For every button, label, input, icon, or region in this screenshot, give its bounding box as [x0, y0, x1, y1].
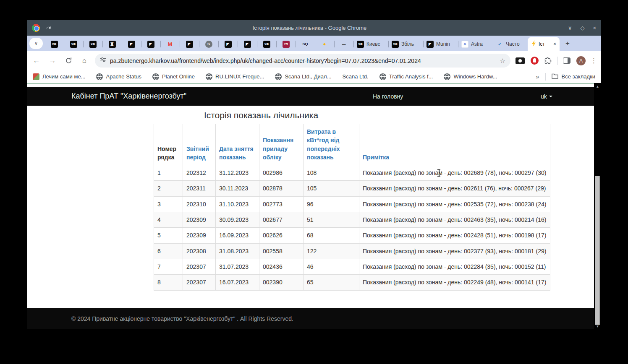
- tab-search-button[interactable]: ∨: [29, 38, 43, 49]
- pinned-tab[interactable]: M: [160, 37, 180, 51]
- maximize-button[interactable]: ◇: [580, 25, 584, 31]
- browser-tab[interactable]: ✓ Часто: [493, 37, 528, 51]
- pinned-tab[interactable]: ◤: [238, 37, 257, 51]
- tab-favicon: ХФ: [51, 41, 58, 48]
- cell-note: Показания (расход) по зонам - день: 0025…: [359, 196, 550, 212]
- new-tab-button[interactable]: +: [561, 37, 574, 50]
- pinned-tab[interactable]: SQ: [296, 37, 315, 51]
- browser-tab[interactable]: ХФ Киевс: [353, 37, 388, 51]
- pinned-tab[interactable]: ◤: [218, 37, 238, 51]
- browser-tab[interactable]: A Astra: [458, 37, 493, 51]
- active-tab[interactable]: Іст ×: [528, 37, 560, 51]
- web-page: Кабінет ПрАТ "Харківенергозбут" На голов…: [27, 83, 594, 330]
- profile-avatar[interactable]: A: [576, 56, 586, 65]
- pinned-tab[interactable]: ▬: [334, 37, 353, 51]
- bookmark-item[interactable]: Windows Hardw...: [444, 73, 497, 80]
- cell-period: 202307: [183, 259, 216, 274]
- bookmark-label: Лечим сами ме...: [42, 73, 85, 80]
- address-bar[interactable]: pa.zbutenergo.kharkov.ua/frontend/web/in…: [95, 54, 510, 68]
- cell-note: Показания (расход) по зонам - день: 0023…: [359, 243, 550, 259]
- tab-favicon: S: [205, 41, 212, 48]
- bookmark-item[interactable]: Scana Ltd., Диал...: [275, 73, 331, 80]
- table-row: 3 202310 31.10.2023 002773 96 Показания …: [154, 196, 550, 212]
- tab-label: Munin: [436, 41, 455, 47]
- column-header[interactable]: Витрата в кВт*год від попередніх показан…: [304, 124, 359, 165]
- chrome-menu-button[interactable]: ⋮: [591, 57, 597, 65]
- screenshot-extension-icon[interactable]: [515, 57, 525, 64]
- pinned-tab[interactable]: ХФ: [83, 37, 102, 51]
- tab-label: Киевс: [366, 41, 385, 47]
- site-navbar: Кабінет ПрАТ "Харківенергозбут" На голов…: [27, 87, 594, 106]
- table-body: 1 202312 31.12.2023 002986 108 Показания…: [154, 165, 550, 290]
- bookmark-items: Лечим сами ме... Apache Status Planet On…: [33, 73, 508, 80]
- bookmark-item[interactable]: Apache Status: [96, 73, 141, 80]
- cell-row-number: 8: [154, 275, 183, 290]
- tab-favicon: ХФ: [392, 41, 399, 48]
- pinned-tab[interactable]: ХФ: [257, 37, 276, 51]
- site-info-icon[interactable]: [100, 57, 106, 65]
- pinned-tab[interactable]: ХФ: [44, 37, 64, 51]
- labeled-tabs: ХФ Киевс ХФ Збіль ◤ Munin A Astra: [353, 37, 528, 51]
- bookmark-item[interactable]: RU.LINUX Freque...: [206, 73, 264, 80]
- reload-button[interactable]: [63, 57, 74, 64]
- column-header[interactable]: Номер рядка: [154, 124, 183, 165]
- pinned-tab[interactable]: ◤: [141, 37, 160, 51]
- cell-period: 202307: [183, 275, 216, 290]
- language-dropdown[interactable]: uk: [541, 93, 552, 100]
- bookmark-item[interactable]: Traffic Analysis f...: [379, 73, 433, 80]
- pinned-tab[interactable]: УП: [276, 37, 296, 51]
- cell-usage: 65: [304, 275, 359, 290]
- scroll-up-icon[interactable]: ▲: [594, 85, 601, 88]
- minimize-button[interactable]: ∨: [568, 25, 572, 31]
- pinned-tab[interactable]: ХФ: [64, 37, 83, 51]
- pinned-tab[interactable]: S: [199, 37, 218, 51]
- close-button[interactable]: ×: [593, 25, 596, 31]
- tab-label: Часто: [506, 41, 524, 47]
- tab-close-icon[interactable]: ×: [553, 41, 556, 47]
- adblock-extension-icon[interactable]: [531, 57, 539, 65]
- bookmark-favicon: [444, 73, 450, 80]
- pinned-tab[interactable]: ◤: [180, 37, 199, 51]
- column-header[interactable]: Дата зняття показань: [216, 124, 259, 165]
- pinned-tab[interactable]: ♜: [102, 37, 122, 51]
- all-bookmarks-button[interactable]: Все закладки: [562, 73, 595, 80]
- page-viewport: Кабінет ПрАТ "Харківенергозбут" На голов…: [27, 83, 601, 330]
- bookmark-star-icon[interactable]: ☆: [500, 57, 505, 65]
- pinned-tab[interactable]: ◤: [122, 37, 141, 51]
- url-text[interactable]: pa.zbutenergo.kharkov.ua/frontend/web/in…: [110, 57, 497, 64]
- bookmarks-overflow-button[interactable]: »: [536, 73, 539, 80]
- bookmark-item[interactable]: Лечим сами ме...: [33, 73, 85, 80]
- vertical-scrollbar[interactable]: ▲ ▼: [594, 83, 601, 330]
- cell-row-number: 3: [154, 196, 183, 212]
- browser-tab[interactable]: ◤ Munin: [423, 37, 458, 51]
- home-button[interactable]: ⌂: [79, 57, 90, 65]
- nav-home-link[interactable]: На головну: [373, 93, 403, 100]
- browser-tab[interactable]: ХФ Збіль: [388, 37, 423, 51]
- cell-row-number: 6: [154, 243, 183, 259]
- table-row: 7 202307 31.07.2023 002436 46 Показания …: [154, 259, 550, 274]
- pinned-tab[interactable]: ●: [315, 37, 334, 51]
- bookmark-label: Scana Ltd.: [343, 73, 369, 80]
- site-brand[interactable]: Кабінет ПрАТ "Харківенергозбут": [71, 92, 186, 101]
- side-panel-button[interactable]: [563, 57, 570, 64]
- column-header[interactable]: Показання приладу обліку: [259, 124, 304, 165]
- bookmark-item[interactable]: Planet Online: [152, 73, 195, 80]
- tab-favicon: ◤: [186, 41, 193, 48]
- cell-date: 16.09.2023: [216, 228, 259, 243]
- text-cursor: [437, 169, 441, 177]
- bookmark-item[interactable]: Scana Ltd.: [343, 73, 369, 80]
- back-button[interactable]: ←: [31, 57, 42, 65]
- column-header[interactable]: Звітний період: [183, 124, 216, 165]
- table-row: 8 202307 16.07.2023 002390 65 Показания …: [154, 275, 550, 290]
- extensions-puzzle-icon[interactable]: [544, 57, 552, 64]
- window-titlebar: Історія показань лічильника - Google Chr…: [27, 20, 601, 36]
- tab-favicon: ХФ: [357, 41, 364, 48]
- scrollbar-thumb[interactable]: [595, 176, 600, 325]
- chevron-down-icon: ∨: [34, 41, 38, 46]
- cell-usage: 51: [304, 212, 359, 228]
- cell-reading: 002773: [259, 196, 304, 212]
- column-header[interactable]: Примітка: [359, 124, 550, 165]
- cell-reading: 002677: [259, 212, 304, 228]
- forward-button[interactable]: →: [47, 57, 58, 65]
- scroll-down-icon[interactable]: ▼: [594, 325, 601, 328]
